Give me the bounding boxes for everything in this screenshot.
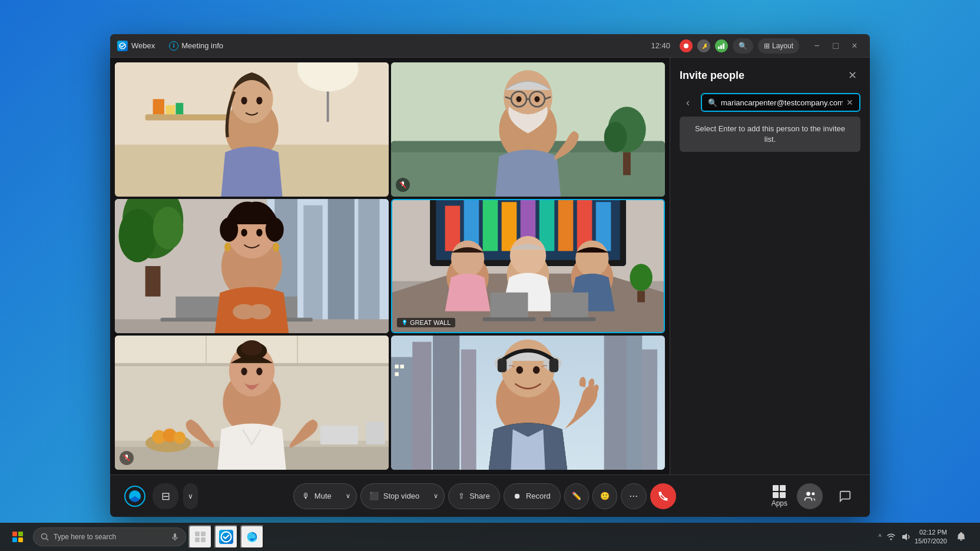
svg-rect-48 — [145, 266, 161, 297]
stop-video-dropdown-button[interactable]: ∨ — [428, 483, 445, 509]
search-row: ‹ 🔍 ✕ — [680, 93, 860, 112]
stop-video-button[interactable]: ⬛ Stop video — [360, 483, 428, 509]
svg-point-75 — [510, 236, 546, 276]
svg-point-82 — [630, 264, 652, 291]
mute-dropdown-button[interactable]: ∨ — [340, 483, 357, 509]
search-clear-button[interactable]: ✕ — [846, 98, 853, 107]
meeting-info-tab[interactable]: i Meeting info — [164, 39, 228, 53]
video-cell-1 — [115, 62, 389, 197]
svg-rect-24 — [623, 152, 631, 175]
taskbar-search[interactable]: Type here to search — [33, 527, 186, 546]
svg-rect-96 — [366, 421, 385, 444]
video-grid: GREAT WALL — [110, 58, 670, 474]
reactions-icon: 🙂 — [600, 492, 610, 500]
svg-rect-116 — [395, 364, 398, 368]
svg-rect-95 — [320, 426, 359, 444]
invite-search-input[interactable] — [721, 98, 843, 107]
window-controls: − □ × — [809, 38, 863, 54]
mute-chevron-icon: ∨ — [346, 492, 350, 500]
webex-title: Webex — [131, 41, 155, 50]
search-icon: 🔍 — [708, 98, 717, 107]
svg-rect-110 — [412, 342, 431, 470]
participants-button[interactable] — [797, 483, 823, 509]
svg-rect-81 — [543, 317, 596, 321]
svg-point-52 — [266, 217, 284, 241]
record-button[interactable]: ⏺ Record — [504, 483, 561, 509]
svg-rect-109 — [391, 357, 414, 470]
task-view-icon — [194, 531, 206, 543]
start-button[interactable] — [5, 524, 31, 550]
end-call-button[interactable] — [650, 483, 676, 509]
record-label: Record — [526, 492, 551, 500]
meeting-info-label: Meeting info — [181, 41, 223, 50]
svg-point-129 — [812, 492, 815, 495]
toolbar-right: Apps — [772, 483, 858, 509]
svg-rect-5 — [723, 44, 724, 49]
record-status-dot — [680, 39, 693, 52]
meeting-window: Webex i Meeting info 12:40 🔑 🔍 ⊞ — [110, 34, 870, 517]
svg-point-51 — [220, 217, 238, 241]
edge-app-icon — [246, 531, 258, 543]
svg-rect-69 — [558, 200, 574, 251]
ai-button[interactable] — [122, 483, 148, 509]
taskbar-search-icon — [41, 533, 49, 541]
webex-logo[interactable]: Webex — [117, 41, 155, 51]
tray-time[interactable]: 02:12 PM 15/07/2020 — [915, 528, 947, 546]
taskbar-search-placeholder: Type here to search — [54, 533, 116, 541]
stop-video-label: Stop video — [383, 492, 419, 500]
tooltip-text: Select Enter to add this person to the i… — [695, 124, 845, 144]
layout-label: Layout — [772, 42, 793, 50]
share-button[interactable]: ⇧ Share — [448, 483, 500, 509]
reactions-button[interactable]: 🙂 — [592, 483, 617, 509]
svg-point-104 — [241, 340, 262, 356]
svg-rect-38 — [303, 205, 322, 333]
svg-point-33 — [534, 96, 539, 102]
room-label: GREAT WALL — [397, 318, 455, 327]
titlebar-right: 12:40 🔑 🔍 ⊞ Layout − □ × — [651, 38, 863, 54]
mute-label: Mute — [314, 492, 332, 500]
close-button[interactable]: × — [846, 38, 863, 54]
system-tray-expand[interactable]: ^ — [878, 533, 882, 541]
minimize-button[interactable]: − — [809, 38, 825, 54]
svg-text:🔑: 🔑 — [702, 43, 707, 49]
webex-logo-icon — [117, 41, 128, 51]
quality-status-dot — [715, 39, 728, 52]
stop-video-button-group: ⬛ Stop video ∨ — [360, 483, 445, 509]
svg-rect-9 — [153, 99, 164, 114]
svg-rect-83 — [637, 291, 645, 302]
annotate-button[interactable]: ✏️ — [564, 483, 589, 509]
captions-button[interactable]: ⊟ — [153, 483, 178, 509]
svg-point-58 — [256, 229, 262, 237]
maximize-button[interactable]: □ — [827, 38, 844, 54]
svg-point-1 — [684, 44, 688, 48]
chat-button[interactable] — [832, 483, 858, 509]
panel-back-button[interactable]: ‹ — [680, 94, 696, 111]
edge-taskbar-icon[interactable] — [240, 525, 264, 549]
stop-video-chevron-icon: ∨ — [433, 492, 438, 500]
main-content: GREAT WALL — [110, 58, 870, 474]
layout-button[interactable]: ⊞ Layout — [758, 38, 799, 54]
more-options-button[interactable]: ··· — [621, 483, 647, 509]
mute-button[interactable]: 🎙 Mute — [293, 483, 340, 509]
mute-button-group: 🎙 Mute ∨ — [293, 483, 357, 509]
svg-point-47 — [153, 207, 184, 249]
svg-rect-10 — [166, 105, 176, 115]
webex-app-icon — [219, 530, 233, 544]
task-view-button[interactable] — [188, 525, 212, 549]
svg-rect-39 — [328, 199, 355, 333]
panel-close-button[interactable]: ✕ — [844, 67, 860, 84]
captions-dropdown[interactable]: ∨ — [183, 483, 198, 509]
svg-point-15 — [230, 75, 273, 124]
share-label: Share — [469, 492, 490, 500]
svg-point-17 — [256, 97, 262, 104]
svg-point-16 — [241, 97, 247, 104]
svg-point-105 — [241, 368, 247, 376]
svg-point-32 — [516, 96, 521, 102]
captions-chevron-icon: ∨ — [188, 492, 193, 500]
webex-taskbar-icon[interactable] — [214, 525, 238, 549]
search-button[interactable]: 🔍 — [733, 38, 753, 54]
svg-point-57 — [241, 229, 247, 237]
apps-button[interactable]: Apps — [772, 485, 787, 507]
tray-date: 15/07/2020 — [915, 537, 947, 546]
notification-button[interactable] — [952, 527, 971, 546]
